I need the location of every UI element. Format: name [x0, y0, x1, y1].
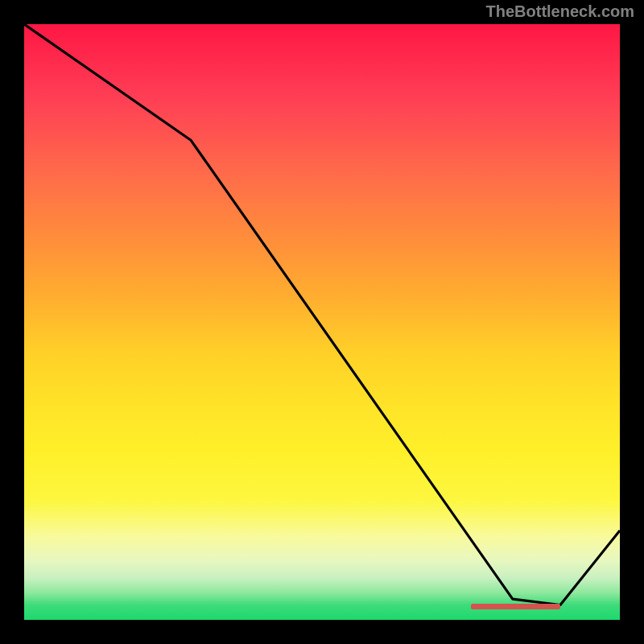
- annotation-bar: [471, 604, 560, 609]
- attribution-text: TheBottleneck.com: [486, 2, 634, 21]
- line-chart-svg: [24, 24, 620, 620]
- chart-container: TheBottleneck.com: [0, 0, 644, 644]
- data-line: [24, 24, 620, 605]
- plot-area: [24, 24, 620, 620]
